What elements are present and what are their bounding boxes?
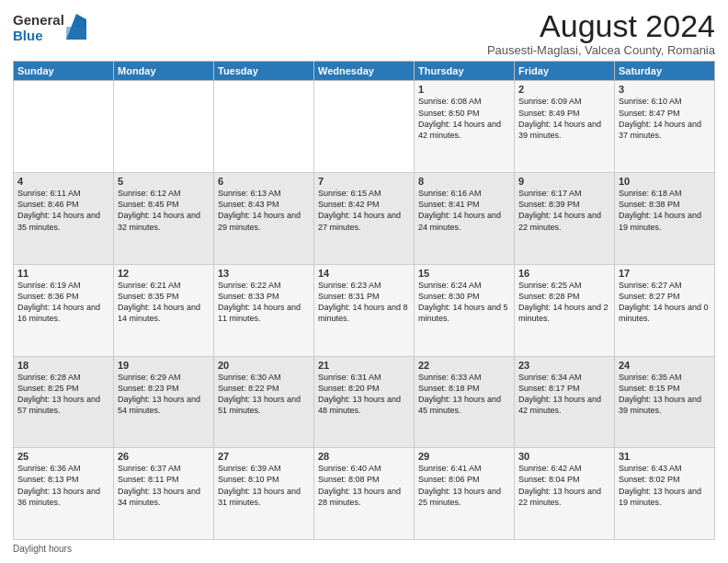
day-info: Sunrise: 6:31 AMSunset: 8:20 PMDaylight:… <box>318 372 410 417</box>
calendar-cell: 21Sunrise: 6:31 AMSunset: 8:20 PMDayligh… <box>314 356 415 448</box>
day-number: 30 <box>518 451 610 462</box>
day-info: Sunrise: 6:16 AMSunset: 8:41 PMDaylight:… <box>418 188 510 233</box>
day-info: Sunrise: 6:27 AMSunset: 8:27 PMDaylight:… <box>619 280 711 325</box>
week-row-0: 1Sunrise: 6:08 AMSunset: 8:50 PMDaylight… <box>14 81 715 173</box>
day-number: 1 <box>418 84 510 95</box>
calendar-cell: 26Sunrise: 6:37 AMSunset: 8:11 PMDayligh… <box>114 448 214 540</box>
calendar-cell: 16Sunrise: 6:25 AMSunset: 8:28 PMDayligh… <box>515 264 615 356</box>
day-info: Sunrise: 6:40 AMSunset: 8:08 PMDaylight:… <box>318 463 410 508</box>
header-day-wednesday: Wednesday <box>314 62 415 81</box>
header-day-monday: Monday <box>114 62 214 81</box>
day-info: Sunrise: 6:39 AMSunset: 8:10 PMDaylight:… <box>218 463 310 508</box>
calendar-title: August 2024 <box>487 9 715 43</box>
calendar-cell: 29Sunrise: 6:41 AMSunset: 8:06 PMDayligh… <box>415 448 515 540</box>
calendar-cell: 17Sunrise: 6:27 AMSunset: 8:27 PMDayligh… <box>615 264 715 356</box>
header-row: SundayMondayTuesdayWednesdayThursdayFrid… <box>14 62 715 81</box>
header: General Blue August 2024 Pausesti-Maglas… <box>13 9 715 57</box>
day-info: Sunrise: 6:10 AMSunset: 8:47 PMDaylight:… <box>619 96 711 141</box>
calendar-cell: 8Sunrise: 6:16 AMSunset: 8:41 PMDaylight… <box>415 173 515 265</box>
week-row-1: 4Sunrise: 6:11 AMSunset: 8:46 PMDaylight… <box>14 173 715 265</box>
day-number: 12 <box>118 268 210 279</box>
calendar-cell: 28Sunrise: 6:40 AMSunset: 8:08 PMDayligh… <box>314 448 415 540</box>
day-number: 3 <box>619 84 711 95</box>
calendar-cell: 15Sunrise: 6:24 AMSunset: 8:30 PMDayligh… <box>415 264 515 356</box>
calendar-cell: 7Sunrise: 6:15 AMSunset: 8:42 PMDaylight… <box>314 173 415 265</box>
day-number: 28 <box>318 451 410 462</box>
day-info: Sunrise: 6:13 AMSunset: 8:43 PMDaylight:… <box>218 188 310 233</box>
day-number: 19 <box>118 360 210 371</box>
calendar-cell <box>14 81 114 173</box>
calendar-cell: 3Sunrise: 6:10 AMSunset: 8:47 PMDaylight… <box>615 81 715 173</box>
header-day-tuesday: Tuesday <box>214 62 314 81</box>
logo-text: General Blue <box>13 13 64 43</box>
day-number: 5 <box>118 176 210 187</box>
day-number: 2 <box>518 84 610 95</box>
day-number: 10 <box>619 176 711 187</box>
header-day-thursday: Thursday <box>415 62 515 81</box>
day-info: Sunrise: 6:22 AMSunset: 8:33 PMDaylight:… <box>218 280 310 325</box>
day-info: Sunrise: 6:37 AMSunset: 8:11 PMDaylight:… <box>118 463 210 508</box>
day-info: Sunrise: 6:43 AMSunset: 8:02 PMDaylight:… <box>619 463 711 508</box>
day-number: 18 <box>17 360 109 371</box>
day-info: Sunrise: 6:18 AMSunset: 8:38 PMDaylight:… <box>619 188 711 233</box>
day-number: 24 <box>619 360 711 371</box>
day-info: Sunrise: 6:36 AMSunset: 8:13 PMDaylight:… <box>17 463 109 508</box>
day-number: 17 <box>619 268 711 279</box>
day-number: 7 <box>318 176 410 187</box>
day-info: Sunrise: 6:11 AMSunset: 8:46 PMDaylight:… <box>17 188 109 233</box>
day-info: Sunrise: 6:35 AMSunset: 8:15 PMDaylight:… <box>619 372 711 417</box>
calendar-cell: 4Sunrise: 6:11 AMSunset: 8:46 PMDaylight… <box>14 173 114 265</box>
calendar-cell: 18Sunrise: 6:28 AMSunset: 8:25 PMDayligh… <box>14 356 114 448</box>
calendar-cell: 6Sunrise: 6:13 AMSunset: 8:43 PMDaylight… <box>214 173 314 265</box>
day-number: 20 <box>218 360 310 371</box>
logo-icon <box>66 14 86 40</box>
day-number: 9 <box>518 176 610 187</box>
week-row-2: 11Sunrise: 6:19 AMSunset: 8:36 PMDayligh… <box>14 264 715 356</box>
calendar-cell <box>114 81 214 173</box>
day-number: 14 <box>318 268 410 279</box>
day-number: 16 <box>518 268 610 279</box>
header-day-saturday: Saturday <box>615 62 715 81</box>
calendar-cell: 2Sunrise: 6:09 AMSunset: 8:49 PMDaylight… <box>515 81 615 173</box>
day-info: Sunrise: 6:09 AMSunset: 8:49 PMDaylight:… <box>518 96 610 141</box>
logo-blue: Blue <box>13 29 64 44</box>
header-day-friday: Friday <box>515 62 615 81</box>
calendar-cell: 12Sunrise: 6:21 AMSunset: 8:35 PMDayligh… <box>114 264 214 356</box>
day-number: 23 <box>518 360 610 371</box>
calendar-table: SundayMondayTuesdayWednesdayThursdayFrid… <box>13 61 715 540</box>
day-info: Sunrise: 6:41 AMSunset: 8:06 PMDaylight:… <box>418 463 510 508</box>
day-info: Sunrise: 6:21 AMSunset: 8:35 PMDaylight:… <box>118 280 210 325</box>
day-info: Sunrise: 6:24 AMSunset: 8:30 PMDaylight:… <box>418 280 510 325</box>
day-info: Sunrise: 6:28 AMSunset: 8:25 PMDaylight:… <box>17 372 109 417</box>
calendar-cell: 22Sunrise: 6:33 AMSunset: 8:18 PMDayligh… <box>415 356 515 448</box>
calendar-cell: 10Sunrise: 6:18 AMSunset: 8:38 PMDayligh… <box>615 173 715 265</box>
calendar-header: SundayMondayTuesdayWednesdayThursdayFrid… <box>14 62 715 81</box>
day-info: Sunrise: 6:34 AMSunset: 8:17 PMDaylight:… <box>518 372 610 417</box>
calendar-cell: 14Sunrise: 6:23 AMSunset: 8:31 PMDayligh… <box>314 264 415 356</box>
day-number: 27 <box>218 451 310 462</box>
calendar-cell <box>314 81 415 173</box>
day-info: Sunrise: 6:12 AMSunset: 8:45 PMDaylight:… <box>118 188 210 233</box>
calendar-body: 1Sunrise: 6:08 AMSunset: 8:50 PMDaylight… <box>14 81 715 540</box>
calendar-cell: 27Sunrise: 6:39 AMSunset: 8:10 PMDayligh… <box>214 448 314 540</box>
calendar-cell: 23Sunrise: 6:34 AMSunset: 8:17 PMDayligh… <box>515 356 615 448</box>
day-number: 26 <box>118 451 210 462</box>
calendar-cell: 25Sunrise: 6:36 AMSunset: 8:13 PMDayligh… <box>14 448 114 540</box>
calendar-cell: 1Sunrise: 6:08 AMSunset: 8:50 PMDaylight… <box>415 81 515 173</box>
day-info: Sunrise: 6:42 AMSunset: 8:04 PMDaylight:… <box>518 463 610 508</box>
day-number: 13 <box>218 268 310 279</box>
day-number: 6 <box>218 176 310 187</box>
day-number: 4 <box>17 176 109 187</box>
calendar-cell: 31Sunrise: 6:43 AMSunset: 8:02 PMDayligh… <box>615 448 715 540</box>
calendar-cell: 11Sunrise: 6:19 AMSunset: 8:36 PMDayligh… <box>14 264 114 356</box>
header-day-sunday: Sunday <box>14 62 114 81</box>
calendar-cell: 20Sunrise: 6:30 AMSunset: 8:22 PMDayligh… <box>214 356 314 448</box>
day-info: Sunrise: 6:29 AMSunset: 8:23 PMDaylight:… <box>118 372 210 417</box>
calendar-cell: 9Sunrise: 6:17 AMSunset: 8:39 PMDaylight… <box>515 173 615 265</box>
calendar-cell <box>214 81 314 173</box>
day-info: Sunrise: 6:19 AMSunset: 8:36 PMDaylight:… <box>17 280 109 325</box>
calendar-cell: 13Sunrise: 6:22 AMSunset: 8:33 PMDayligh… <box>214 264 314 356</box>
footer-note: Daylight hours <box>13 544 715 554</box>
day-info: Sunrise: 6:33 AMSunset: 8:18 PMDaylight:… <box>418 372 510 417</box>
week-row-3: 18Sunrise: 6:28 AMSunset: 8:25 PMDayligh… <box>14 356 715 448</box>
